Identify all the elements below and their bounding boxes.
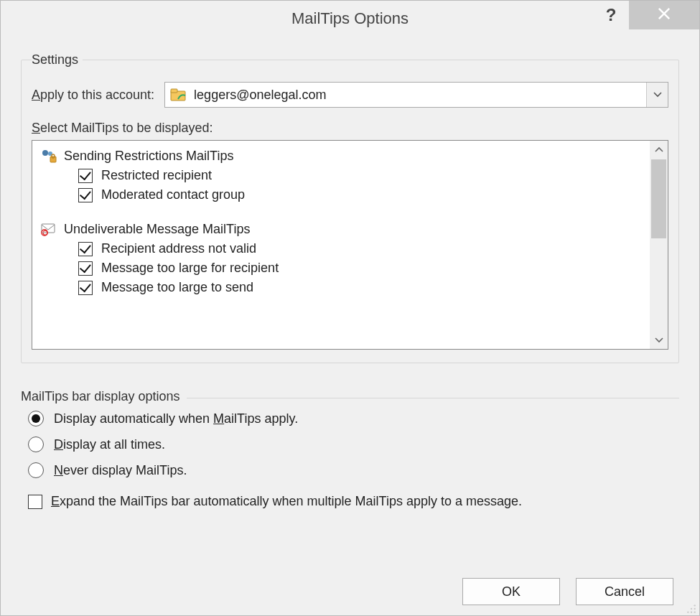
checkbox-restricted-recipient[interactable]: [78, 169, 93, 183]
list-item-label: Recipient address not valid: [101, 241, 256, 256]
mailtips-listbox[interactable]: Sending Restrictions MailTips Restricted…: [32, 140, 668, 350]
chevron-down-icon[interactable]: [646, 83, 668, 107]
ok-button[interactable]: OK: [462, 578, 560, 605]
mailtips-list-content: Sending Restrictions MailTips Restricted…: [32, 141, 650, 349]
scroll-down-arrow-icon[interactable]: [650, 332, 668, 349]
cancel-button[interactable]: Cancel: [576, 578, 673, 605]
radio-input[interactable]: [28, 462, 44, 478]
mailtips-options-dialog: MailTips Options ? Settings Apply to thi…: [0, 0, 700, 616]
svg-rect-1: [171, 89, 177, 93]
svg-point-11: [694, 612, 696, 613]
settings-group: Settings Apply to this account: leggers@…: [21, 52, 679, 363]
group-undeliverable: Undeliverable Message MailTips: [39, 221, 645, 237]
list-item[interactable]: Message too large for recipient: [78, 261, 645, 276]
select-mailtips-label: Select MailTips to be displayed:: [32, 121, 668, 136]
list-item-label: Restricted recipient: [101, 168, 212, 183]
list-item-label: Message too large to send: [101, 280, 253, 295]
svg-point-9: [694, 608, 696, 610]
close-button[interactable]: [629, 1, 699, 29]
list-item-label: Message too large for recipient: [101, 261, 279, 276]
dialog-title: MailTips Options: [291, 9, 409, 28]
checkbox-moderated-contact-group[interactable]: [78, 188, 93, 202]
checkbox-recipient-address-not-valid[interactable]: [78, 242, 93, 256]
listbox-scrollbar[interactable]: [650, 141, 668, 349]
dialog-body: Settings Apply to this account: leggers@…: [1, 37, 699, 615]
scroll-up-arrow-icon[interactable]: [650, 141, 668, 158]
radio-never-display[interactable]: Never display MailTips.: [28, 462, 679, 478]
checkbox-message-too-large-for-recipient[interactable]: [78, 261, 93, 276]
svg-point-13: [687, 612, 689, 613]
group-sending-restrictions: Sending Restrictions MailTips: [39, 148, 645, 164]
radio-label: Never display MailTips.: [54, 463, 187, 478]
checkbox-expand-mailtips[interactable]: [28, 495, 42, 509]
help-icon: ?: [606, 5, 617, 25]
radio-display-all-times[interactable]: Display at all times.: [28, 437, 679, 452]
display-options-group: MailTips bar display options Display aut…: [21, 389, 679, 512]
svg-point-2: [42, 150, 48, 156]
svg-point-12: [691, 612, 692, 613]
close-icon: [658, 6, 671, 24]
radio-input[interactable]: [28, 411, 44, 426]
display-options-legend: MailTips bar display options: [21, 389, 187, 404]
account-dropdown-value: leggers@onelegal.com: [194, 88, 646, 103]
dialog-button-row: OK Cancel: [21, 572, 679, 608]
expand-label: Expand the MailTips bar automatically wh…: [51, 494, 522, 509]
settings-legend: Settings: [32, 52, 83, 67]
checkbox-message-too-large-to-send[interactable]: [78, 281, 93, 295]
list-item[interactable]: Message too large to send: [78, 280, 645, 295]
radio-label: Display at all times.: [54, 437, 165, 452]
group-title: Undeliverable Message MailTips: [64, 222, 250, 237]
svg-point-10: [691, 608, 692, 610]
list-item-label: Moderated contact group: [101, 187, 245, 202]
envelope-return-icon: [39, 221, 58, 237]
radio-label: Display automatically when MailTips appl…: [54, 411, 298, 426]
apply-to-account-label: Apply to this account:: [32, 88, 154, 103]
help-button[interactable]: ?: [593, 1, 629, 29]
account-dropdown[interactable]: leggers@onelegal.com: [164, 82, 668, 108]
account-row: Apply to this account: leggers@onelegal.…: [32, 82, 668, 108]
scroll-thumb[interactable]: [651, 159, 666, 238]
expand-mailtips-checkbox-row[interactable]: Expand the MailTips bar automatically wh…: [28, 494, 679, 509]
resize-grip-icon[interactable]: [686, 602, 696, 612]
list-item[interactable]: Restricted recipient: [78, 168, 645, 183]
radio-display-automatically[interactable]: Display automatically when MailTips appl…: [28, 411, 679, 426]
titlebar-buttons: ?: [593, 1, 699, 29]
svg-point-8: [694, 605, 696, 606]
folder-account-icon: [169, 87, 188, 103]
list-item[interactable]: Moderated contact group: [78, 187, 645, 202]
radio-input[interactable]: [28, 437, 44, 452]
group-title: Sending Restrictions MailTips: [64, 149, 233, 164]
list-item[interactable]: Recipient address not valid: [78, 241, 645, 256]
people-lock-icon: [39, 148, 58, 164]
svg-rect-4: [50, 157, 56, 162]
titlebar: MailTips Options ?: [1, 1, 699, 37]
